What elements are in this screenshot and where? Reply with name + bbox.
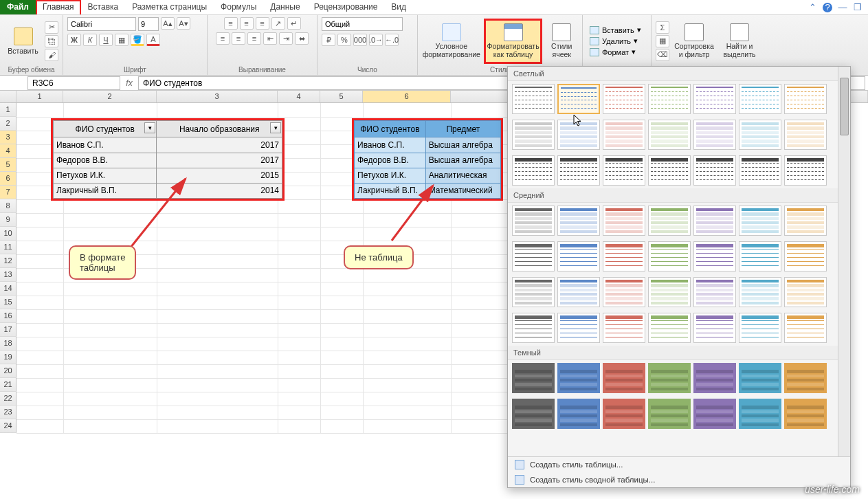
table-style-swatch[interactable] — [784, 155, 827, 186]
tab-file[interactable]: Файл — [0, 0, 36, 14]
table-style-swatch[interactable] — [603, 120, 645, 150]
table-style-swatch[interactable] — [512, 277, 555, 307]
table-style-swatch[interactable] — [693, 399, 736, 429]
table-style-swatch[interactable] — [784, 84, 827, 114]
row-header[interactable]: 14 — [0, 282, 16, 296]
cut-icon[interactable]: ✂ — [45, 21, 58, 34]
table-style-swatch[interactable] — [603, 155, 645, 186]
align-top-icon[interactable]: ≡ — [224, 17, 238, 30]
underline-icon[interactable]: Ч — [99, 34, 113, 46]
new-pivot-style-button[interactable]: Создать стиль сводной таблицы... — [508, 472, 850, 487]
table-style-swatch[interactable] — [648, 313, 691, 343]
increase-indent-icon[interactable]: ⇥ — [279, 32, 293, 45]
number-format-select[interactable] — [322, 17, 403, 31]
decrease-decimal-icon[interactable]: ←.0 — [385, 34, 399, 46]
minimize-ribbon-icon[interactable]: ⌃ — [808, 3, 817, 12]
table-style-swatch[interactable] — [603, 363, 645, 393]
help-icon[interactable]: ? — [823, 3, 832, 12]
row-header[interactable]: 21 — [0, 378, 16, 392]
table-style-swatch[interactable] — [557, 363, 600, 393]
col-header[interactable]: 4 — [278, 91, 320, 102]
row-header[interactable]: 15 — [0, 296, 16, 309]
table-style-swatch[interactable] — [603, 277, 645, 307]
table-style-swatch[interactable] — [557, 399, 600, 429]
table-style-swatch[interactable] — [784, 241, 827, 271]
insert-cells-button[interactable]: Вставить▾ — [587, 25, 644, 35]
row-header[interactable]: 8 — [0, 199, 16, 213]
table-style-swatch[interactable] — [512, 399, 555, 429]
decrease-indent-icon[interactable]: ⇤ — [263, 32, 277, 45]
table-row[interactable]: Иванов С.П.Высшая алгебра — [355, 137, 501, 153]
increase-font-icon[interactable]: A▴ — [161, 17, 175, 30]
table-style-swatch[interactable] — [557, 84, 600, 114]
autosum-icon[interactable]: Σ — [656, 21, 669, 34]
table-style-swatch[interactable] — [603, 241, 645, 271]
fx-icon[interactable]: fx — [123, 78, 135, 88]
tab-view[interactable]: Вид — [384, 0, 413, 14]
row-header[interactable]: 2 — [0, 117, 16, 131]
font-color-icon[interactable]: A — [146, 34, 160, 46]
table-style-swatch[interactable] — [512, 206, 555, 236]
row-header[interactable]: 16 — [0, 309, 16, 323]
table-style-swatch[interactable] — [512, 120, 555, 150]
table-header[interactable]: Предмет — [425, 121, 500, 137]
tab-formulas[interactable]: Формулы — [214, 0, 263, 14]
currency-icon[interactable]: ₽ — [322, 34, 335, 46]
table-row[interactable]: Иванов С.П.2017 — [54, 137, 282, 153]
align-left-icon[interactable]: ≡ — [216, 32, 230, 45]
table-style-swatch[interactable] — [512, 155, 555, 186]
row-header[interactable]: 12 — [0, 254, 16, 268]
conditional-formatting-button[interactable]: Условное форматирование — [422, 19, 481, 64]
border-icon[interactable]: ▦ — [115, 34, 129, 46]
col-header[interactable]: 6 — [363, 91, 451, 102]
filter-dropdown-icon[interactable]: ▾ — [270, 122, 281, 133]
bold-icon[interactable]: Ж — [67, 34, 81, 46]
table-style-swatch[interactable] — [739, 313, 781, 343]
restore-icon[interactable]: ❐ — [853, 3, 863, 12]
wrap-text-icon[interactable]: ↵ — [287, 17, 301, 30]
table-style-swatch[interactable] — [648, 84, 691, 114]
table-style-swatch[interactable] — [648, 241, 691, 271]
font-size-input[interactable] — [138, 17, 159, 31]
table-style-swatch[interactable] — [739, 206, 781, 236]
row-header[interactable]: 17 — [0, 323, 16, 337]
row-header[interactable]: 22 — [0, 392, 16, 406]
table-style-swatch[interactable] — [739, 241, 781, 271]
row-header[interactable]: 7 — [0, 186, 16, 199]
align-bottom-icon[interactable]: ≡ — [256, 17, 269, 30]
table-header[interactable]: Начало образования▾ — [157, 121, 282, 137]
table-style-swatch[interactable] — [557, 313, 600, 343]
format-painter-icon[interactable]: 🖌 — [45, 49, 58, 61]
paste-button[interactable]: Вставить — [4, 19, 42, 64]
row-header[interactable]: 11 — [0, 241, 16, 254]
table-style-swatch[interactable] — [557, 241, 600, 271]
clear-icon[interactable]: ⌫ — [656, 49, 669, 61]
table-style-swatch[interactable] — [739, 155, 781, 186]
table-style-swatch[interactable] — [784, 399, 827, 429]
fill-icon[interactable]: ▦ — [656, 35, 669, 47]
row-header[interactable]: 3 — [0, 131, 16, 144]
delete-cells-button[interactable]: Удалить▾ — [587, 36, 644, 46]
table-style-swatch[interactable] — [784, 120, 827, 150]
table-style-swatch[interactable] — [693, 363, 736, 393]
orientation-icon[interactable]: ↗ — [271, 17, 285, 30]
row-header[interactable]: 19 — [0, 351, 16, 364]
table-style-swatch[interactable] — [784, 277, 827, 307]
align-right-icon[interactable]: ≡ — [247, 32, 261, 45]
fill-color-icon[interactable]: 🪣 — [131, 34, 144, 46]
table-style-swatch[interactable] — [512, 241, 555, 271]
table-style-swatch[interactable] — [648, 206, 691, 236]
tab-data[interactable]: Данные — [263, 0, 307, 14]
table-style-swatch[interactable] — [557, 206, 600, 236]
table-style-swatch[interactable] — [693, 206, 736, 236]
filter-dropdown-icon[interactable]: ▾ — [144, 122, 155, 133]
table-style-swatch[interactable] — [603, 399, 645, 429]
table-style-swatch[interactable] — [739, 120, 781, 150]
comma-icon[interactable]: 000 — [353, 34, 367, 46]
table-style-swatch[interactable] — [739, 363, 781, 393]
table-header[interactable]: ФИО студентов — [355, 121, 426, 137]
font-name-input[interactable] — [67, 17, 136, 31]
table-style-swatch[interactable] — [512, 313, 555, 343]
table-style-swatch[interactable] — [739, 277, 781, 307]
find-select-button[interactable]: Найти и выделить — [719, 19, 760, 64]
